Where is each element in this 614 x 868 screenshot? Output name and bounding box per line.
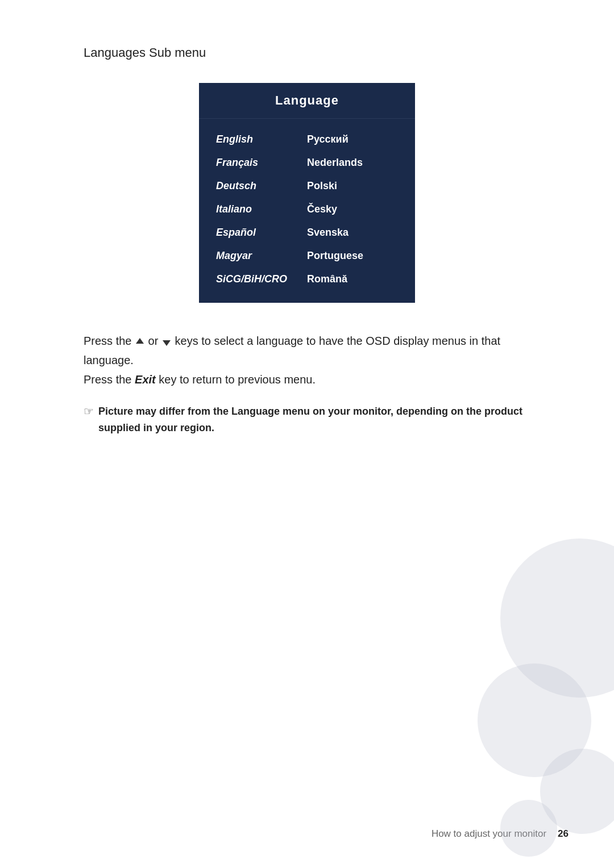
instructions: Press the or keys to select a language t…: [84, 331, 530, 389]
section-title: Languages Sub menu: [84, 45, 530, 60]
instruction-prefix: Press the: [84, 335, 135, 347]
language-item: Italiano: [216, 200, 307, 219]
instruction-line-1: Press the or keys to select a language t…: [84, 331, 530, 370]
note-icon: ☞: [84, 404, 94, 418]
background-decoration: [432, 527, 614, 868]
page-footer: How to adjust your monitor 26: [432, 828, 569, 840]
note-box: ☞ Picture may differ from the Language m…: [84, 403, 530, 436]
language-item: Español: [216, 223, 307, 242]
arrow-up-icon: [136, 338, 144, 344]
language-item: Français: [216, 153, 307, 172]
language-item: English: [216, 130, 307, 149]
language-item: Česky: [307, 200, 398, 219]
arrow-down-icon: [163, 340, 171, 346]
decorative-circle-3: [540, 749, 614, 834]
language-item: SiCG/BiH/CRO: [216, 270, 307, 289]
language-item: Nederlands: [307, 153, 398, 172]
language-grid: English Русский Français Nederlands Deut…: [199, 127, 415, 291]
decorative-circle-2: [478, 663, 591, 777]
page-number: 26: [558, 828, 569, 840]
language-menu-header: Language: [199, 83, 415, 119]
language-item: Magyar: [216, 247, 307, 265]
language-item: Deutsch: [216, 177, 307, 195]
language-menu-container: Language English Русский Français Nederl…: [84, 83, 530, 303]
language-item: Română: [307, 270, 398, 289]
footer-label: How to adjust your monitor: [432, 828, 546, 840]
language-item: Svenska: [307, 223, 398, 242]
language-menu-title: Language: [275, 93, 339, 107]
language-item: Polski: [307, 177, 398, 195]
language-item: Portuguese: [307, 247, 398, 265]
instruction-line-2: Press the Exit key to return to previous…: [84, 370, 530, 389]
note-text: Picture may differ from the Language men…: [98, 403, 530, 436]
language-item: Русский: [307, 130, 398, 149]
language-menu: Language English Русский Français Nederl…: [199, 83, 415, 303]
decorative-circle-1: [500, 539, 614, 698]
